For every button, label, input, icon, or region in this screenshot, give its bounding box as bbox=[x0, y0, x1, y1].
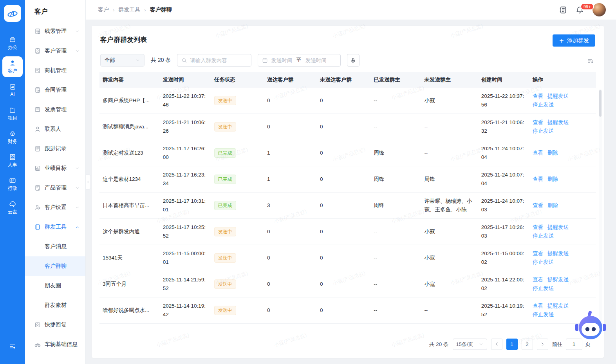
action-link-查看[interactable]: 查看 bbox=[533, 150, 543, 156]
notebook-icon[interactable] bbox=[559, 6, 567, 14]
cell-actions: 查看提醒发送停止发送 bbox=[529, 219, 596, 245]
action-link-删除[interactable]: 删除 bbox=[547, 150, 558, 156]
sidebar-item-商机管理[interactable]: 商机管理 bbox=[25, 61, 85, 80]
plus-icon bbox=[559, 38, 564, 43]
notification-badge: 99+ bbox=[580, 3, 594, 10]
action-link-删除[interactable]: 删除 bbox=[547, 176, 558, 182]
rail-item-办公[interactable]: 办公 bbox=[2, 33, 23, 54]
action-link-提醒发送[interactable]: 提醒发送 bbox=[547, 93, 569, 99]
cell-undelivered: 0 bbox=[317, 193, 370, 219]
rail-item-项目[interactable]: 项目 bbox=[2, 103, 23, 124]
action-link-提醒发送[interactable]: 提醒发送 bbox=[547, 224, 569, 230]
column-header: 已发送群主 bbox=[370, 72, 421, 88]
action-link-查看[interactable]: 查看 bbox=[533, 93, 543, 99]
rail-item-云盘[interactable]: 云盘 bbox=[2, 197, 23, 218]
column-header: 未发送群主 bbox=[421, 72, 478, 88]
app-logo[interactable]: A bbox=[4, 5, 21, 22]
rail-item-财务[interactable]: 财务 bbox=[2, 127, 23, 148]
mass-send-table: 群发内容发送时间任务状态送达客户群未送达客户群已发送群主未发送群主创建时间操作 … bbox=[99, 72, 596, 324]
action-link-查看[interactable]: 查看 bbox=[533, 303, 543, 309]
chart-icon bbox=[34, 165, 41, 171]
action-link-停止发送[interactable]: 停止发送 bbox=[533, 312, 554, 317]
left-rail: A 办公客户AiAI项目财务人事行政云盘 bbox=[0, 0, 25, 364]
action-link-查看[interactable]: 查看 bbox=[533, 224, 543, 230]
page-size-select[interactable]: 15条/页 bbox=[453, 339, 487, 350]
cell-sent-owners: -- bbox=[370, 271, 421, 297]
cell-undelivered: 0 bbox=[317, 219, 370, 245]
sidebar-item-label: 业绩目标 bbox=[45, 165, 67, 172]
action-link-删除[interactable]: 删除 bbox=[547, 202, 558, 208]
rail-collapse-button[interactable] bbox=[0, 343, 25, 350]
table-row: 测试群聊消息java...2025-11-21 10:06:26发送中00---… bbox=[99, 114, 596, 140]
date-range-separator: 至 bbox=[296, 57, 302, 64]
action-link-查看[interactable]: 查看 bbox=[533, 277, 543, 283]
action-link-停止发送[interactable]: 停止发送 bbox=[533, 128, 554, 134]
sidebar-item-客户群聊[interactable]: 客户群聊 bbox=[25, 256, 85, 276]
sidebar-item-联系人[interactable]: 联系人 bbox=[25, 119, 85, 139]
sidebar-item-客户设置[interactable]: 客户设置 bbox=[25, 198, 85, 217]
prev-page-button[interactable] bbox=[491, 339, 502, 350]
sidebar-collapse-handle[interactable] bbox=[86, 175, 91, 189]
sidebar-item-车辆基础信息[interactable]: 车辆基础信息 bbox=[25, 335, 85, 354]
sidebar-item-朋友圈[interactable]: 朋友圈 bbox=[25, 276, 85, 296]
ai-assistant-mascot[interactable] bbox=[575, 309, 606, 344]
menu-gear-icon bbox=[9, 343, 16, 350]
cell-content: 3同五个月 bbox=[99, 271, 160, 297]
sidebar-item-客户消息[interactable]: 客户消息 bbox=[25, 237, 85, 256]
sidebar-item-群发素材[interactable]: 群发素材 bbox=[25, 296, 85, 315]
action-link-查看[interactable]: 查看 bbox=[533, 119, 543, 125]
bell-icon[interactable]: 99+ bbox=[576, 6, 584, 14]
table-scrollbar-thumb[interactable] bbox=[599, 90, 602, 117]
search-icon bbox=[181, 58, 187, 63]
date-start-input[interactable] bbox=[271, 58, 295, 63]
action-link-查看[interactable]: 查看 bbox=[533, 202, 543, 208]
avatar[interactable] bbox=[593, 3, 606, 16]
page-button-1[interactable]: 1 bbox=[506, 339, 518, 350]
rail-item-AI[interactable]: AiAI bbox=[2, 80, 23, 101]
sidebar-item-发票管理[interactable]: 发票管理 bbox=[25, 100, 85, 119]
sidebar-item-快捷回复[interactable]: 快捷回复 bbox=[25, 315, 85, 335]
cell-delivered: 0 bbox=[264, 245, 317, 271]
breadcrumb-item[interactable]: 客户 bbox=[98, 6, 109, 13]
action-link-停止发送[interactable]: 停止发送 bbox=[533, 285, 554, 291]
rail-item-人事[interactable]: 人事 bbox=[2, 150, 23, 171]
sidebar-item-label: 朋友圈 bbox=[45, 282, 61, 289]
sidebar-item-产品管理[interactable]: 产品管理 bbox=[25, 178, 85, 198]
sidebar-item-label: 发票管理 bbox=[45, 106, 67, 113]
action-link-停止发送[interactable]: 停止发送 bbox=[533, 259, 554, 265]
rail-item-行政[interactable]: 行政 bbox=[2, 174, 23, 195]
sidebar-item-线索管理[interactable]: 线索管理 bbox=[25, 22, 85, 41]
invoice-icon bbox=[34, 106, 41, 113]
action-link-提醒发送[interactable]: 提醒发送 bbox=[547, 250, 569, 256]
pagination-total: 共 20 条 bbox=[429, 341, 449, 348]
action-link-提醒发送[interactable]: 提醒发送 bbox=[547, 119, 569, 125]
action-link-提醒发送[interactable]: 提醒发送 bbox=[547, 277, 569, 283]
rail-item-客户[interactable]: 客户 bbox=[2, 56, 23, 77]
filter-total-count: 共 20 条 bbox=[151, 57, 171, 64]
action-link-查看[interactable]: 查看 bbox=[533, 176, 543, 182]
breadcrumb-item[interactable]: 群发工具 bbox=[118, 6, 140, 13]
search-input[interactable] bbox=[190, 58, 245, 63]
action-link-提醒发送[interactable]: 提醒发送 bbox=[547, 303, 569, 309]
cell-send-time: 2025-11-14 21:59:52 bbox=[160, 271, 211, 297]
sidebar-item-群发工具[interactable]: 群发工具 bbox=[25, 217, 85, 237]
page-button-2[interactable]: 2 bbox=[522, 339, 533, 350]
add-mass-send-button[interactable]: 添加群发 bbox=[553, 34, 595, 47]
table-row: 多商户系统PHP【...2025-11-22 10:37:46发送中00--小寇… bbox=[99, 88, 596, 114]
action-link-查看[interactable]: 查看 bbox=[533, 250, 543, 256]
cell-status: 发送中 bbox=[211, 271, 264, 297]
action-link-停止发送[interactable]: 停止发送 bbox=[533, 102, 554, 108]
sidebar-item-label: 客户群聊 bbox=[45, 263, 67, 270]
sort-desc-icon[interactable] bbox=[587, 58, 594, 64]
cell-created: 2025-11-15 00:00:02 bbox=[478, 245, 529, 271]
status-filter-select[interactable]: 全部 bbox=[100, 54, 145, 67]
moneybag-icon bbox=[9, 130, 16, 137]
action-link-停止发送[interactable]: 停止发送 bbox=[533, 233, 554, 239]
sidebar-item-业绩目标[interactable]: 业绩目标 bbox=[25, 159, 85, 178]
clear-filter-button[interactable] bbox=[347, 54, 359, 67]
sidebar-item-合同管理[interactable]: 合同管理 bbox=[25, 80, 85, 100]
sidebar-item-客户管理[interactable]: 客户管理 bbox=[25, 41, 85, 61]
next-page-button[interactable] bbox=[537, 339, 548, 350]
sidebar-item-跟进记录[interactable]: 跟进记录 bbox=[25, 139, 85, 159]
date-end-input[interactable] bbox=[305, 58, 330, 63]
